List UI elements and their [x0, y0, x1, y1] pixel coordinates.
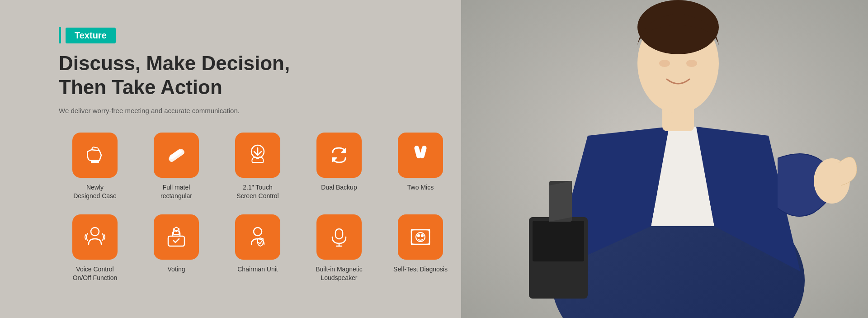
texture-bar: [59, 27, 61, 43]
features-grid: NewlyDesigned Case Full matelrectangular: [59, 133, 466, 283]
feature-newly-designed-case: NewlyDesigned Case: [59, 133, 131, 201]
voice-control-icon-box: [72, 214, 118, 260]
feature-dual-backup: Dual Backup: [303, 133, 375, 201]
svg-point-9: [686, 60, 697, 67]
feature-voting: Voting: [140, 214, 212, 283]
title-line1: Discuss, Make Decision,: [59, 52, 290, 74]
title-line2: Then Take Action: [59, 76, 222, 98]
touch-screen-icon-box: [235, 133, 280, 178]
chairman-unit-label: Chairman Unit: [237, 265, 278, 274]
full-matel-label: Full matelrectangular: [160, 183, 192, 201]
feature-built-in-speaker: Built-in MagneticLoudspeaker: [303, 214, 375, 283]
main-title: Discuss, Make Decision, Then Take Action: [59, 52, 466, 100]
svg-point-24: [254, 228, 262, 236]
svg-rect-12: [533, 221, 584, 261]
dual-backup-label: Dual Backup: [321, 183, 357, 192]
full-matel-icon-box: [154, 133, 199, 178]
feature-full-matel: Full matelrectangular: [140, 133, 212, 201]
chairman-unit-icon-box: [235, 214, 280, 260]
feature-chairman-unit: Chairman Unit: [222, 214, 294, 283]
svg-point-22: [91, 228, 99, 236]
newly-designed-case-label: NewlyDesigned Case: [73, 183, 117, 201]
subtitle: We deliver worry-free meeting and accura…: [59, 107, 466, 114]
svg-point-30: [418, 235, 420, 237]
feature-self-test: Self-Test Diagnosis: [384, 214, 457, 283]
dual-backup-icon-box: [316, 133, 362, 178]
self-test-label: Self-Test Diagnosis: [393, 265, 448, 274]
newly-designed-case-icon-box: [72, 133, 118, 178]
built-in-speaker-icon-box: [316, 214, 362, 260]
svg-rect-21: [420, 146, 426, 158]
feature-touch-screen: 2.1" TouchScreen Control: [222, 133, 294, 201]
feature-two-mics: Two Mics: [384, 133, 457, 201]
touch-screen-label: 2.1" TouchScreen Control: [236, 183, 278, 201]
svg-rect-25: [335, 229, 343, 239]
self-test-icon-box: [398, 214, 443, 260]
voting-icon-box: [154, 214, 199, 260]
voting-label: Voting: [168, 265, 185, 274]
svg-point-31: [421, 235, 423, 237]
svg-point-8: [659, 60, 670, 67]
svg-rect-28: [411, 230, 429, 244]
two-mics-label: Two Mics: [407, 183, 434, 192]
two-mics-icon-box: [398, 133, 443, 178]
voice-control-label: Voice ControlOn/Off Function: [73, 265, 118, 283]
person-image: [461, 0, 868, 318]
texture-badge: Texture: [59, 27, 116, 43]
content-area: Texture Discuss, Make Decision, Then Tak…: [59, 27, 466, 283]
texture-label: Texture: [66, 28, 116, 43]
built-in-speaker-label: Built-in MagneticLoudspeaker: [316, 265, 363, 283]
feature-voice-control: Voice ControlOn/Off Function: [59, 214, 131, 283]
